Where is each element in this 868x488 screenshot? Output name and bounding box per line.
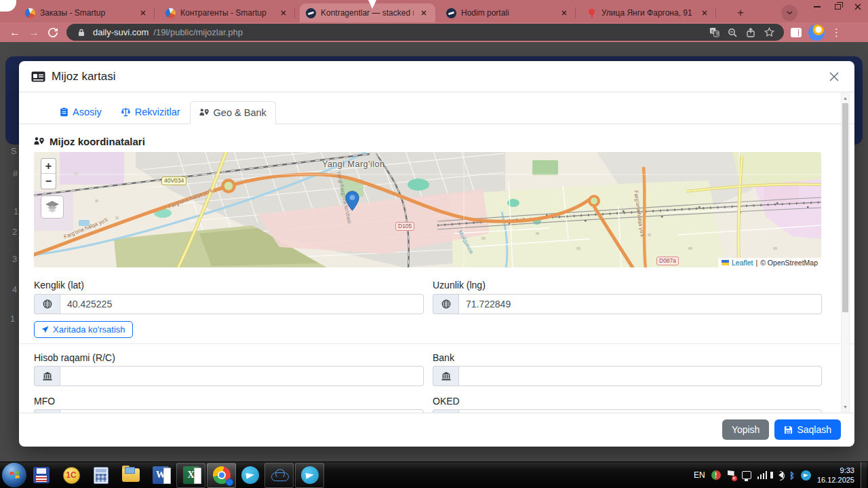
start-button[interactable]: [2, 463, 26, 487]
zoom-icon[interactable]: [726, 28, 739, 37]
account-input[interactable]: [60, 366, 424, 386]
browser-menu-icon[interactable]: ⋮: [831, 29, 840, 36]
leaflet-link[interactable]: Leaflet: [732, 259, 753, 267]
taskbar-app-word[interactable]: W: [146, 462, 176, 488]
taskbar-app-cloud[interactable]: [264, 463, 294, 488]
scroll-down-arrow[interactable]: ▼: [842, 402, 849, 411]
translate-icon[interactable]: a文: [707, 27, 721, 37]
back-button[interactable]: ←: [5, 24, 24, 41]
language-indicator[interactable]: EN: [694, 470, 705, 480]
map-marker[interactable]: [345, 191, 359, 211]
calculator-icon: [94, 467, 108, 484]
lock-icon: [75, 29, 88, 37]
browser-tab-1[interactable]: Заказы - Smartup: [19, 3, 155, 22]
tab-title: Контрагенты - Smartup: [180, 8, 273, 18]
background-fragment: #: [13, 168, 18, 179]
forward-button[interactable]: →: [24, 24, 43, 41]
background-fragment: 1: [10, 314, 15, 324]
minimize-button[interactable]: [807, 0, 827, 14]
taskbar-app-floppy[interactable]: [26, 462, 56, 488]
lng-input[interactable]: [458, 294, 822, 314]
zoom-out-button[interactable]: −: [41, 174, 56, 189]
tab-title: Улица Янги Фаргона, 91 — Ян: [601, 8, 694, 18]
taskbar-app-calculator[interactable]: [86, 462, 116, 488]
bluetooth-icon[interactable]: ᛒ: [789, 470, 795, 481]
close-window-button[interactable]: [848, 0, 868, 14]
scales-icon: [121, 107, 131, 117]
browser-tab-3-active[interactable]: Kontragentlar — stacked moda: [300, 3, 435, 22]
tab-close-icon[interactable]: [418, 7, 429, 18]
antivirus-tray-icon[interactable]: [711, 470, 721, 480]
restore-button[interactable]: [827, 0, 848, 14]
tab-close-icon[interactable]: [138, 7, 149, 18]
modal-title-group: Mijoz kartasi: [31, 70, 115, 83]
bookmark-star-icon[interactable]: [762, 27, 776, 37]
signal-bars-icon[interactable]: [757, 471, 768, 479]
modal-close-button[interactable]: [826, 69, 842, 85]
bank-icon: [433, 409, 458, 413]
new-tab-button[interactable]: +: [732, 5, 749, 21]
action-center-flag-icon[interactable]: [727, 470, 736, 480]
tab-close-icon[interactable]: [699, 7, 710, 18]
zoom-in-button[interactable]: +: [41, 159, 56, 174]
taskbar-app-telegram[interactable]: [237, 462, 264, 488]
layers-control[interactable]: [41, 195, 64, 219]
show-on-map-button[interactable]: Xaritada ko'rsatish: [34, 321, 133, 338]
excel-icon: X: [183, 466, 199, 484]
bank-icon: [34, 409, 60, 413]
address-bar[interactable]: daily-suvi.com/19l/public/mijozlar.php a…: [66, 24, 784, 41]
reload-button[interactable]: [43, 24, 62, 41]
osm-link[interactable]: © OpenStreetMap: [760, 259, 818, 267]
leaflet-map[interactable]: Yangi Marg'ilon 40V034 D105 D087a Farg'o…: [34, 152, 821, 267]
profile-avatar[interactable]: [808, 24, 825, 41]
geo-people-icon: [199, 108, 210, 117]
background-fragment: 4: [12, 284, 17, 295]
time: 9:33: [840, 466, 854, 474]
save-button[interactable]: Saqlash: [774, 419, 841, 440]
tab-geo-bank[interactable]: Geo & Bank: [190, 101, 276, 124]
show-desktop-button[interactable]: [861, 462, 867, 488]
browser-tab-5[interactable]: Улица Янги Фаргона, 91 — Ян: [580, 3, 716, 22]
tab-search-chevron-button[interactable]: [781, 5, 797, 21]
lat-input[interactable]: [60, 294, 424, 314]
modal-scrollbar[interactable]: ▲ ▼: [841, 93, 850, 412]
url-path: /19l/public/mijozlar.php: [153, 27, 243, 37]
1c-icon: 1С: [63, 467, 80, 484]
close-modal-button[interactable]: Yopish: [722, 419, 770, 440]
scroll-up-arrow[interactable]: ▲: [842, 94, 849, 102]
taskbar-app-explorer[interactable]: [116, 462, 146, 488]
section-heading: Mijoz koordinatalari: [34, 136, 840, 147]
geo-people-icon: [34, 136, 45, 147]
clock[interactable]: 9:33 16.12.2025: [817, 466, 854, 485]
smartup-favicon: [165, 8, 176, 18]
tab-close-icon[interactable]: [278, 7, 289, 18]
browser-tab-2[interactable]: Контрагенты - Smartup: [159, 3, 295, 22]
taskbar-app-1c[interactable]: 1С: [56, 462, 86, 488]
id-card-icon: [31, 71, 45, 82]
network-tray-icon[interactable]: [742, 471, 751, 479]
tab-rekvizitlar[interactable]: Rekvizitlar: [111, 100, 190, 124]
volume-icon[interactable]: [778, 472, 783, 478]
map-canvas: [34, 152, 821, 267]
oked-input[interactable]: [458, 409, 822, 413]
word-icon: W: [153, 466, 169, 484]
tab-asosiy[interactable]: Asosiy: [50, 100, 111, 124]
bank-input[interactable]: [458, 366, 822, 386]
scrollbar-thumb[interactable]: [842, 103, 848, 312]
mfo-label: MFO: [34, 396, 424, 407]
taskbar-app-chrome[interactable]: [207, 463, 236, 488]
mfo-input[interactable]: [60, 409, 424, 413]
attr-separator: |: [755, 259, 757, 267]
share-icon[interactable]: [744, 28, 757, 37]
browser-tab-4[interactable]: Hodim portali: [440, 3, 576, 22]
side-panel-icon[interactable]: [791, 28, 802, 37]
telegram-tray-icon[interactable]: [801, 470, 811, 481]
background-fragment: S: [11, 146, 17, 156]
taskbar-app-excel[interactable]: X: [176, 463, 205, 488]
taskbar-app-telegram-2[interactable]: [295, 463, 324, 488]
browser-toolbar: ← → daily-suvi.com/19l/public/mijozlar.p…: [0, 22, 868, 42]
tab-close-icon[interactable]: [559, 7, 570, 18]
tab-label: Geo & Bank: [214, 107, 267, 118]
tab-title: Kontragentlar — stacked moda: [321, 8, 414, 18]
clipboard-icon: [60, 107, 68, 117]
